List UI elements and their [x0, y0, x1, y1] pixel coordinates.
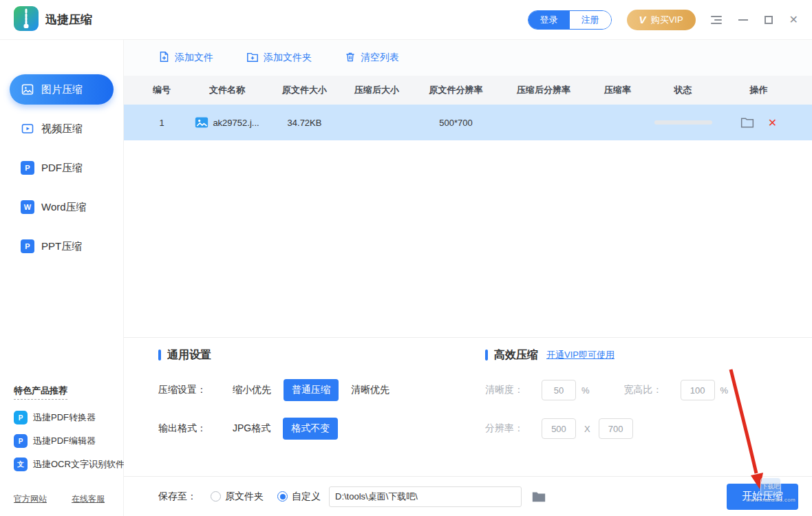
featured-item-pdf-converter[interactable]: P 迅捷PDF转换器	[14, 411, 109, 424]
resolution-label: 分辨率：	[485, 422, 533, 435]
close-button[interactable]: ✕	[789, 14, 798, 25]
orig-size-cell: 34.72KB	[268, 118, 341, 128]
clarity-unit: %	[581, 385, 590, 396]
settings-panel: 通用设置 压缩设置： 缩小优先 普通压缩 清晰优先 输出格式： JPG格式 格式…	[124, 337, 812, 476]
sidebar-item-label: 图片压缩	[41, 83, 83, 96]
official-site-link[interactable]: 官方网站	[14, 493, 47, 505]
orig-resolution-cell: 500*700	[413, 118, 499, 128]
delete-icon[interactable]: ✕	[768, 116, 777, 129]
buy-vip-label: 购买VIP	[651, 14, 683, 26]
output-format-label: 输出格式：	[158, 422, 220, 435]
save-path-input[interactable]	[329, 486, 522, 507]
main-body: 图片压缩 视频压缩 P PDF压缩 W Word压缩 P PPT压缩	[0, 40, 812, 516]
header-actions: 登录 注册 V 购买VIP ✕	[528, 10, 798, 30]
file-name: ak29752.j...	[213, 118, 259, 128]
output-format-row: 输出格式： JPG格式 格式不变	[158, 418, 451, 440]
ocr-icon: 文	[14, 458, 28, 471]
app-window: 迅捷压缩 登录 注册 V 购买VIP ✕	[0, 0, 812, 516]
save-bar: 保存至： 原文件夹 自定义 开始压缩	[124, 476, 812, 516]
original-folder-option[interactable]: 原文件夹	[211, 491, 264, 503]
row-number: 1	[138, 118, 186, 128]
pdf-editor-icon: P	[14, 434, 28, 448]
buy-vip-button[interactable]: V 购买VIP	[627, 10, 696, 30]
file-thumb-icon	[195, 116, 209, 129]
header-cell: 编号	[138, 84, 186, 96]
add-file-label: 添加文件	[175, 52, 213, 64]
login-button[interactable]: 登录	[528, 11, 570, 29]
featured-item-label: 迅捷PDF编辑器	[33, 435, 96, 447]
register-button[interactable]: 注册	[570, 11, 611, 29]
general-settings-title: 通用设置	[158, 347, 451, 363]
sidebar-item-word-compress[interactable]: W Word压缩	[10, 192, 114, 222]
clear-list-button[interactable]: 清空列表	[345, 52, 399, 65]
ratio-label: 宽高比：	[624, 384, 672, 396]
auth-segmented-control: 登录 注册	[528, 10, 612, 30]
app-logo: 迅捷压缩	[14, 6, 92, 34]
featured-item-ocr[interactable]: 文 迅捷OCR文字识别软件	[14, 458, 109, 471]
custom-folder-option[interactable]: 自定义	[277, 491, 321, 503]
word-icon: W	[21, 200, 34, 214]
featured-products: 特色产品推荐 P 迅捷PDF转换器 P 迅捷PDF编辑器 文 迅捷OCR文字识别…	[0, 384, 123, 481]
start-compress-button[interactable]: 开始压缩	[727, 484, 798, 510]
clarity-label: 清晰度：	[485, 384, 533, 396]
resolution-separator: X	[584, 424, 590, 434]
featured-item-pdf-editor[interactable]: P 迅捷PDF编辑器	[14, 434, 109, 448]
browse-folder-icon[interactable]	[531, 489, 546, 504]
operation-cell: ✕	[719, 116, 798, 129]
sidebar-item-ppt-compress[interactable]: P PPT压缩	[10, 231, 114, 261]
maximize-button[interactable]	[765, 16, 773, 24]
efficient-settings-title: 高效压缩 开通VIP即可使用	[485, 347, 812, 363]
window-controls: ✕	[711, 14, 798, 25]
clarity-input[interactable]	[542, 380, 576, 400]
ratio-input[interactable]	[681, 380, 715, 400]
general-settings: 通用设置 压缩设置： 缩小优先 普通压缩 清晰优先 输出格式： JPG格式 格式…	[124, 347, 451, 476]
image-icon	[21, 83, 34, 96]
height-input[interactable]	[599, 418, 633, 439]
add-file-button[interactable]: 添加文件	[158, 51, 213, 65]
efficient-settings: 高效压缩 开通VIP即可使用 清晰度： % 宽高比： % 分辨率：	[451, 347, 812, 476]
header-cell: 状态	[647, 84, 719, 96]
width-input[interactable]	[542, 418, 576, 439]
format-unchanged-button[interactable]: 格式不变	[283, 418, 338, 440]
header-cell: 压缩后大小	[341, 84, 413, 96]
normal-compress-button[interactable]: 普通压缩	[284, 379, 339, 401]
add-folder-button[interactable]: 添加文件夹	[246, 51, 312, 65]
table-row[interactable]: 1 ak29752.j... 34.72KB 500*7	[124, 105, 812, 140]
clarity-priority-option[interactable]: 清晰优先	[339, 384, 402, 396]
header-cell: 压缩后分辨率	[499, 84, 588, 96]
original-folder-radio[interactable]	[211, 491, 221, 502]
featured-title: 特色产品推荐	[14, 385, 67, 400]
sidebar-item-label: PDF压缩	[41, 162, 83, 175]
sidebar-item-pdf-compress[interactable]: P PDF压缩	[10, 153, 114, 183]
sidebar-item-video-compress[interactable]: 视频压缩	[10, 114, 114, 144]
pdf-icon: P	[21, 161, 34, 175]
online-service-link[interactable]: 在线客服	[72, 493, 105, 505]
custom-folder-radio[interactable]	[277, 491, 288, 502]
compress-mode-row: 压缩设置： 缩小优先 普通压缩 清晰优先	[158, 379, 451, 401]
sidebar-item-image-compress[interactable]: 图片压缩	[10, 74, 114, 105]
sidebar-footer-links: 官方网站 在线客服	[0, 481, 123, 516]
pdf-converter-icon: P	[14, 411, 28, 424]
jpg-format-option[interactable]: JPG格式	[220, 422, 283, 435]
ppt-icon: P	[21, 239, 34, 253]
ratio-unit: %	[720, 385, 729, 396]
compress-mode-label: 压缩设置：	[158, 384, 220, 396]
open-folder-icon[interactable]	[740, 116, 754, 129]
minimize-button[interactable]	[738, 19, 748, 21]
add-folder-label: 添加文件夹	[264, 52, 312, 64]
clear-list-label: 清空列表	[361, 52, 399, 64]
content-area: 添加文件 添加文件夹 清空列表	[124, 40, 812, 516]
video-icon	[21, 122, 34, 136]
open-vip-link[interactable]: 开通VIP即可使用	[546, 349, 615, 361]
header-cell: 原文件分辨率	[413, 84, 499, 96]
sidebar-item-label: 视频压缩	[41, 122, 83, 136]
add-folder-icon	[246, 51, 259, 65]
header-cell: 操作	[719, 84, 798, 96]
shrink-priority-option[interactable]: 缩小优先	[220, 384, 284, 396]
menu-icon[interactable]	[711, 16, 722, 24]
file-toolbar: 添加文件 添加文件夹 清空列表	[124, 40, 812, 76]
sidebar: 图片压缩 视频压缩 P PDF压缩 W Word压缩 P PPT压缩	[0, 40, 124, 516]
header-cell: 压缩率	[588, 84, 647, 96]
add-file-icon	[158, 51, 170, 65]
save-to-label: 保存至：	[158, 491, 197, 503]
